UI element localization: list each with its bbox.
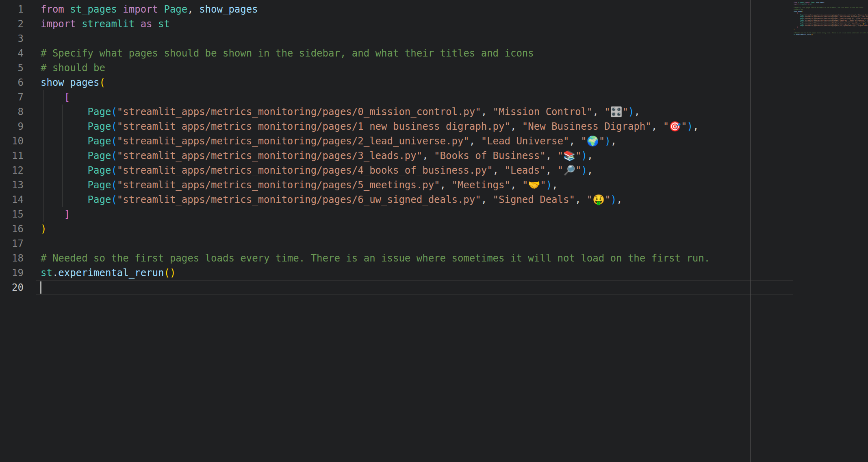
code-line[interactable]: ): [41, 222, 46, 236]
token-plain: [41, 106, 88, 118]
code-line-row[interactable]: 15 ]: [0, 207, 868, 222]
code-line-row[interactable]: 4# Specify what pages should be shown in…: [0, 46, 868, 61]
token-punctuation: .: [52, 267, 58, 279]
token-type: st: [158, 18, 170, 30]
code-line-row[interactable]: 16): [0, 222, 868, 236]
token-string: "streamlit_apps/metrics_monitoring/pages…: [117, 135, 469, 147]
code-line[interactable]: Page("streamlit_apps/metrics_monitoring/…: [41, 119, 699, 134]
token-bracket3: (: [111, 165, 117, 176]
line-number[interactable]: 11: [0, 148, 24, 163]
code-line-row[interactable]: 1from st_pages import Page, show_pages: [0, 2, 868, 17]
line-number[interactable]: 20: [0, 280, 24, 295]
code-line[interactable]: ]: [41, 207, 70, 222]
line-number[interactable]: 16: [0, 222, 24, 236]
line-number[interactable]: 1: [0, 2, 24, 17]
token-plain: [41, 92, 64, 103]
token-type: Page: [88, 179, 111, 191]
code-line[interactable]: # should be: [41, 61, 105, 75]
token-string: "Lead Universe": [481, 135, 569, 147]
token-string: "Books of Business": [434, 150, 546, 161]
token-plain: [41, 121, 88, 132]
code-line[interactable]: Page("streamlit_apps/metrics_monitoring/…: [41, 134, 616, 148]
token-bracket3: (: [111, 179, 117, 191]
code-line[interactable]: import streamlit as st: [41, 17, 170, 31]
token-string: "streamlit_apps/metrics_monitoring/pages…: [117, 194, 481, 205]
token-punctuation: ,: [587, 165, 593, 176]
code-line-row[interactable]: 18# Needed so the first pages loads ever…: [0, 251, 868, 266]
token-bracket2: [: [64, 92, 70, 103]
line-number[interactable]: 9: [0, 119, 24, 134]
code-line[interactable]: from st_pages import Page, show_pages: [41, 2, 258, 17]
code-line-row[interactable]: 17: [0, 236, 868, 251]
line-number[interactable]: 6: [0, 75, 24, 90]
token-bracket3: ): [628, 106, 634, 118]
token-string: "streamlit_apps/metrics_monitoring/pages…: [117, 179, 440, 191]
text-cursor: [40, 281, 41, 294]
token-punctuation: ,: [611, 135, 616, 147]
token-string: "📚": [558, 150, 582, 161]
code-line[interactable]: Page("streamlit_apps/metrics_monitoring/…: [41, 148, 593, 163]
token-punctuation: ,: [422, 150, 434, 161]
code-line-row[interactable]: 3: [0, 31, 868, 46]
code-line[interactable]: Page("streamlit_apps/metrics_monitoring/…: [41, 192, 623, 207]
token-string: "Leads": [505, 165, 546, 176]
token-punctuation: ,: [575, 194, 587, 205]
code-line[interactable]: [: [41, 90, 70, 105]
token-punctuation: ,: [592, 106, 604, 118]
token-punctuation: ,: [481, 106, 493, 118]
line-number[interactable]: 19: [0, 266, 24, 280]
line-number[interactable]: 12: [0, 163, 24, 178]
line-number[interactable]: 14: [0, 192, 24, 207]
line-number[interactable]: 2: [0, 17, 24, 31]
code-line[interactable]: show_pages(: [41, 75, 105, 90]
code-line[interactable]: Page("streamlit_apps/metrics_monitoring/…: [41, 163, 593, 178]
token-bracket3: (: [111, 106, 117, 118]
code-line[interactable]: # Needed so the first pages loads every …: [41, 251, 710, 266]
token-plain: [41, 194, 88, 205]
line-number[interactable]: 8: [0, 105, 24, 119]
token-string: "Meetings": [451, 179, 510, 191]
line-number[interactable]: 15: [0, 207, 24, 222]
token-type: st_pages: [70, 4, 117, 15]
code-line[interactable]: Page("streamlit_apps/metrics_monitoring/…: [41, 105, 640, 119]
code-line[interactable]: st.experimental_rerun(): [41, 266, 176, 280]
line-number[interactable]: 7: [0, 90, 24, 105]
code-line-row[interactable]: 13 Page("streamlit_apps/metrics_monitori…: [0, 178, 868, 192]
line-number[interactable]: 10: [0, 134, 24, 148]
line-number[interactable]: 4: [0, 46, 24, 61]
code-line-row[interactable]: 19st.experimental_rerun(): [0, 266, 868, 280]
token-keyword: import: [123, 4, 164, 15]
code-line-row[interactable]: 9 Page("streamlit_apps/metrics_monitorin…: [0, 119, 868, 134]
token-bracket1: ): [41, 223, 46, 235]
token-identifier: experimental_rerun: [58, 267, 164, 279]
token-bracket3: ): [581, 165, 587, 176]
token-type: Page: [88, 194, 111, 205]
code-line-row[interactable]: 8 Page("streamlit_apps/metrics_monitorin…: [0, 105, 868, 119]
code-editor[interactable]: 1from st_pages import Page, show_pages2i…: [0, 0, 868, 462]
code-line-row[interactable]: 20: [0, 280, 868, 295]
code-line-row[interactable]: 6show_pages(: [0, 75, 868, 90]
line-number[interactable]: 5: [0, 61, 24, 75]
token-punctuation: ,: [546, 165, 558, 176]
line-number[interactable]: 17: [0, 236, 24, 251]
token-plain: [41, 135, 88, 147]
token-bracket1: ): [170, 267, 176, 279]
minimap[interactable]: from st_pages import Page, show_pagesimp…: [794, 2, 868, 460]
code-line-row[interactable]: 5# should be: [0, 61, 868, 75]
code-line-row[interactable]: 7 [: [0, 90, 868, 105]
line-number[interactable]: 13: [0, 178, 24, 192]
code-line-row[interactable]: 10 Page("streamlit_apps/metrics_monitori…: [0, 134, 868, 148]
line-number[interactable]: 3: [0, 31, 24, 46]
code-line-row[interactable]: 14 Page("streamlit_apps/metrics_monitori…: [0, 192, 868, 207]
token-type: Page: [88, 135, 111, 147]
code-line[interactable]: # Specify what pages should be shown in …: [41, 46, 534, 61]
token-bracket1: (: [164, 267, 169, 279]
code-line-row[interactable]: 12 Page("streamlit_apps/metrics_monitori…: [0, 163, 868, 178]
code-line-row[interactable]: 11 Page("streamlit_apps/metrics_monitori…: [0, 148, 868, 163]
code-line-row[interactable]: 2import streamlit as st: [0, 17, 868, 31]
minimap-line: [794, 35, 868, 37]
code-line[interactable]: Page("streamlit_apps/metrics_monitoring/…: [41, 178, 558, 192]
code-rows[interactable]: 1from st_pages import Page, show_pages2i…: [0, 2, 868, 295]
token-string: "streamlit_apps/metrics_monitoring/pages…: [117, 165, 493, 176]
line-number[interactable]: 18: [0, 251, 24, 266]
